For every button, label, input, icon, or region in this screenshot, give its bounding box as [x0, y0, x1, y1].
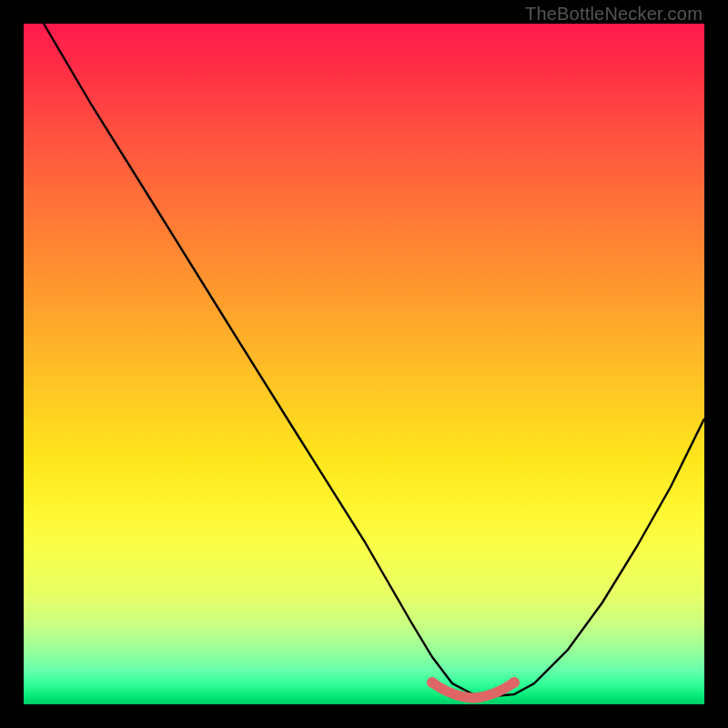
highlight-dot-right: [509, 677, 520, 688]
bottleneck-curve-path: [44, 24, 704, 696]
plot-area: [24, 24, 704, 704]
chart-container: TheBottleNecker.com: [0, 0, 728, 728]
highlight-dot-left: [427, 677, 438, 688]
attribution-label: TheBottleNecker.com: [525, 4, 703, 25]
curve-svg: [24, 24, 704, 704]
